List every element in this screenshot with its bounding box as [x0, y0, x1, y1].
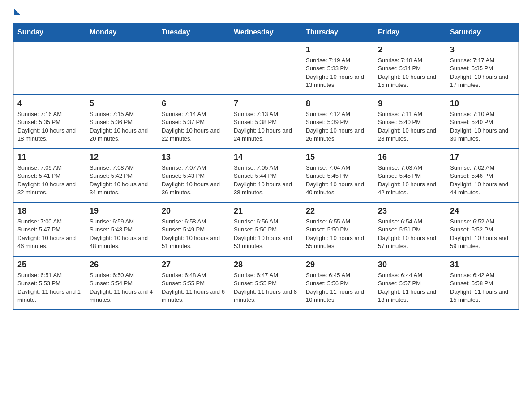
sunset-text: Sunset: 5:40 PM	[450, 118, 515, 126]
calendar-cell	[230, 41, 302, 95]
day-number: 27	[162, 259, 226, 270]
daylight-text: Daylight: 11 hours and 10 minutes.	[306, 288, 370, 304]
calendar-cell: 26Sunrise: 6:50 AMSunset: 5:54 PMDayligh…	[86, 256, 158, 310]
calendar-cell: 8Sunrise: 7:12 AMSunset: 5:39 PMDaylight…	[302, 95, 374, 149]
sunrise-text: Sunrise: 6:48 AM	[162, 271, 226, 279]
calendar-cell: 7Sunrise: 7:13 AMSunset: 5:38 PMDaylight…	[230, 95, 302, 149]
calendar-cell: 11Sunrise: 7:09 AMSunset: 5:41 PMDayligh…	[14, 149, 86, 202]
calendar-cell: 23Sunrise: 6:54 AMSunset: 5:51 PMDayligh…	[374, 202, 446, 256]
sunset-text: Sunset: 5:45 PM	[306, 172, 370, 180]
day-number: 28	[234, 259, 298, 270]
weekday-header-row: SundayMondayTuesdayWednesdayThursdayFrid…	[14, 24, 519, 42]
sunrise-text: Sunrise: 6:45 AM	[306, 271, 370, 279]
calendar-cell: 1Sunrise: 7:19 AMSunset: 5:33 PMDaylight…	[302, 41, 374, 95]
day-number: 26	[90, 259, 154, 270]
sunset-text: Sunset: 5:34 PM	[378, 64, 442, 73]
calendar-cell: 13Sunrise: 7:07 AMSunset: 5:43 PMDayligh…	[158, 149, 230, 202]
sunset-text: Sunset: 5:58 PM	[450, 279, 515, 287]
sunrise-text: Sunrise: 6:59 AM	[90, 218, 154, 226]
sunrise-text: Sunrise: 7:03 AM	[378, 164, 442, 172]
calendar-cell: 16Sunrise: 7:03 AMSunset: 5:45 PMDayligh…	[374, 149, 446, 202]
day-number: 11	[17, 152, 82, 163]
sunset-text: Sunset: 5:55 PM	[162, 279, 226, 287]
daylight-text: Daylight: 11 hours and 8 minutes.	[234, 288, 298, 304]
sunrise-text: Sunrise: 7:02 AM	[450, 164, 515, 172]
day-number: 13	[162, 152, 226, 163]
day-number: 29	[306, 259, 370, 270]
sunrise-text: Sunrise: 7:10 AM	[450, 110, 515, 118]
day-number: 9	[378, 98, 442, 109]
weekday-header-wednesday: Wednesday	[230, 24, 302, 42]
sunset-text: Sunset: 5:37 PM	[162, 118, 226, 126]
daylight-text: Daylight: 11 hours and 1 minute.	[17, 288, 82, 304]
sunset-text: Sunset: 5:53 PM	[17, 279, 82, 287]
daylight-text: Daylight: 10 hours and 17 minutes.	[450, 73, 515, 89]
sunrise-text: Sunrise: 7:04 AM	[306, 164, 370, 172]
day-number: 1	[306, 44, 370, 56]
daylight-text: Daylight: 10 hours and 53 minutes.	[234, 234, 298, 250]
daylight-text: Daylight: 10 hours and 48 minutes.	[90, 234, 154, 250]
sunset-text: Sunset: 5:51 PM	[378, 226, 442, 234]
sunrise-text: Sunrise: 6:50 AM	[90, 271, 154, 279]
sunset-text: Sunset: 5:52 PM	[450, 226, 515, 234]
sunset-text: Sunset: 5:42 PM	[90, 172, 154, 180]
sunset-text: Sunset: 5:35 PM	[17, 118, 82, 126]
sunrise-text: Sunrise: 7:17 AM	[450, 56, 515, 64]
day-number: 7	[234, 98, 298, 109]
calendar-week-5: 25Sunrise: 6:51 AMSunset: 5:53 PMDayligh…	[14, 256, 519, 310]
daylight-text: Daylight: 11 hours and 6 minutes.	[162, 288, 226, 304]
daylight-text: Daylight: 11 hours and 13 minutes.	[378, 288, 442, 304]
calendar-cell: 14Sunrise: 7:05 AMSunset: 5:44 PMDayligh…	[230, 149, 302, 202]
weekday-header-friday: Friday	[374, 24, 446, 42]
calendar-cell: 20Sunrise: 6:58 AMSunset: 5:49 PMDayligh…	[158, 202, 230, 256]
calendar-cell	[158, 41, 230, 95]
daylight-text: Daylight: 10 hours and 18 minutes.	[17, 127, 82, 143]
daylight-text: Daylight: 10 hours and 34 minutes.	[90, 180, 154, 197]
sunrise-text: Sunrise: 7:16 AM	[17, 110, 82, 118]
daylight-text: Daylight: 10 hours and 44 minutes.	[450, 180, 515, 197]
calendar-cell: 2Sunrise: 7:18 AMSunset: 5:34 PMDaylight…	[374, 41, 446, 95]
sunrise-text: Sunrise: 7:12 AM	[306, 110, 370, 118]
daylight-text: Daylight: 10 hours and 30 minutes.	[450, 127, 515, 143]
day-number: 21	[234, 206, 298, 217]
sunrise-text: Sunrise: 6:54 AM	[378, 218, 442, 226]
calendar-cell: 12Sunrise: 7:08 AMSunset: 5:42 PMDayligh…	[86, 149, 158, 202]
sunset-text: Sunset: 5:56 PM	[306, 279, 370, 287]
daylight-text: Daylight: 10 hours and 20 minutes.	[90, 127, 154, 143]
weekday-header-thursday: Thursday	[302, 24, 374, 42]
calendar-cell: 21Sunrise: 6:56 AMSunset: 5:50 PMDayligh…	[230, 202, 302, 256]
day-number: 25	[17, 259, 82, 270]
calendar-cell: 28Sunrise: 6:47 AMSunset: 5:55 PMDayligh…	[230, 256, 302, 310]
daylight-text: Daylight: 10 hours and 42 minutes.	[378, 180, 442, 197]
weekday-header-monday: Monday	[86, 24, 158, 42]
day-number: 30	[378, 259, 442, 270]
sunset-text: Sunset: 5:47 PM	[17, 226, 82, 234]
day-number: 24	[450, 206, 515, 217]
sunset-text: Sunset: 5:40 PM	[378, 118, 442, 126]
day-number: 23	[378, 206, 442, 217]
weekday-header-tuesday: Tuesday	[158, 24, 230, 42]
sunrise-text: Sunrise: 7:13 AM	[234, 110, 298, 118]
sunrise-text: Sunrise: 7:05 AM	[234, 164, 298, 172]
sunrise-text: Sunrise: 6:51 AM	[17, 271, 82, 279]
daylight-text: Daylight: 10 hours and 57 minutes.	[378, 234, 442, 250]
day-number: 20	[162, 206, 226, 217]
day-number: 8	[306, 98, 370, 109]
day-number: 10	[450, 98, 515, 109]
sunrise-text: Sunrise: 7:07 AM	[162, 164, 226, 172]
day-number: 4	[17, 98, 82, 109]
sunset-text: Sunset: 5:41 PM	[17, 172, 82, 180]
sunrise-text: Sunrise: 6:55 AM	[306, 218, 370, 226]
daylight-text: Daylight: 10 hours and 51 minutes.	[162, 234, 226, 250]
daylight-text: Daylight: 10 hours and 22 minutes.	[162, 127, 226, 143]
sunrise-text: Sunrise: 7:14 AM	[162, 110, 226, 118]
day-number: 6	[162, 98, 226, 109]
sunset-text: Sunset: 5:49 PM	[162, 226, 226, 234]
calendar-week-1: 1Sunrise: 7:19 AMSunset: 5:33 PMDaylight…	[14, 41, 519, 95]
daylight-text: Daylight: 11 hours and 15 minutes.	[450, 288, 515, 304]
daylight-text: Daylight: 10 hours and 38 minutes.	[234, 180, 298, 197]
sunset-text: Sunset: 5:36 PM	[90, 118, 154, 126]
sunset-text: Sunset: 5:44 PM	[234, 172, 298, 180]
sunrise-text: Sunrise: 7:19 AM	[306, 56, 370, 64]
daylight-text: Daylight: 10 hours and 32 minutes.	[17, 180, 82, 197]
